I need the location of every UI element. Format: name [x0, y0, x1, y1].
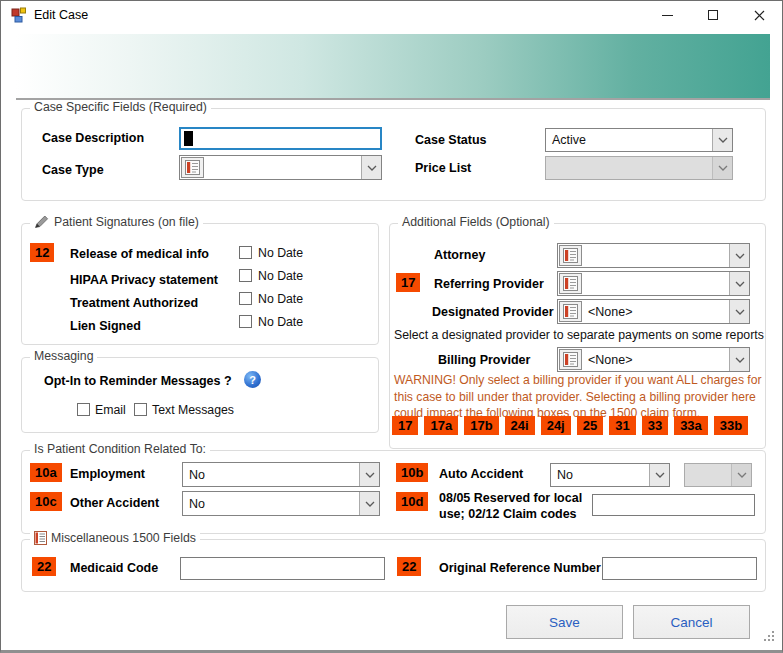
record-list-icon[interactable]: [559, 349, 582, 370]
auto-accident-combobox[interactable]: No: [550, 463, 670, 487]
no-date-checkbox-4[interactable]: [239, 315, 252, 328]
claim-box-badge: 33b: [714, 416, 748, 435]
close-icon: [754, 10, 765, 21]
designated-provider-combobox[interactable]: <None>: [557, 299, 750, 324]
employment-combobox[interactable]: No: [182, 462, 380, 487]
group-case-specific: Case Specific Fields (Required) Case Des…: [21, 108, 766, 201]
group-misc-1500: Miscellaneous 1500 Fields 22 Medicaid Co…: [21, 539, 766, 592]
maximize-icon: [708, 10, 718, 20]
header-gradient-band: [16, 34, 770, 98]
no-date-label: No Date: [258, 269, 303, 283]
close-button[interactable]: [736, 1, 782, 29]
claim-box-badge: 33: [642, 416, 668, 435]
chevron-down-icon[interactable]: [359, 492, 379, 515]
claim-box-badge-10c: 10c: [30, 492, 62, 511]
record-list-icon[interactable]: [559, 245, 582, 266]
claim-box-badge: 24i: [505, 416, 535, 435]
other-accident-value: No: [183, 497, 359, 511]
text-messages-label: Text Messages: [152, 403, 234, 417]
chevron-down-icon[interactable]: [359, 463, 379, 486]
designated-provider-hint: Select a designated provider to separate…: [394, 328, 764, 342]
case-description-label: Case Description: [42, 131, 144, 145]
referring-provider-label: Referring Provider: [434, 277, 544, 291]
chevron-down-icon[interactable]: [729, 272, 749, 295]
no-date-label: No Date: [258, 315, 303, 329]
chevron-down-icon[interactable]: [361, 156, 381, 179]
signature-row-label: Treatment Authorized: [70, 296, 198, 310]
record-list-icon[interactable]: [559, 301, 582, 322]
case-type-combobox[interactable]: [179, 155, 382, 180]
resize-grip[interactable]: [764, 631, 776, 643]
medicaid-code-input[interactable]: [180, 557, 385, 580]
claim-box-badge-12: 12: [30, 243, 54, 262]
claim-box-badge-22b: 22: [397, 557, 421, 576]
case-status-label: Case Status: [415, 133, 487, 147]
price-list-label: Price List: [415, 161, 471, 175]
billing-provider-warning: WARNING! Only select a billing provider …: [394, 372, 766, 422]
title-bar[interactable]: Edit Case: [1, 1, 782, 29]
chevron-down-icon[interactable]: [712, 129, 732, 151]
no-date-label: No Date: [258, 292, 303, 306]
no-date-label: No Date: [258, 246, 303, 260]
group-patient-signatures: Patient Signatures (on file) 12 Release …: [21, 223, 379, 345]
record-list-icon[interactable]: [559, 273, 582, 294]
price-list-combobox[interactable]: [545, 156, 733, 180]
resize-grip-dots: [764, 639, 766, 641]
group-condition-title: Is Patient Condition Related To:: [34, 442, 206, 456]
case-status-combobox[interactable]: Active: [545, 128, 733, 152]
cancel-button[interactable]: Cancel: [633, 605, 750, 639]
save-button[interactable]: Save: [506, 605, 623, 639]
claim-box-badge-17: 17: [396, 273, 420, 292]
email-checkbox[interactable]: [77, 403, 90, 416]
maximize-button[interactable]: [690, 1, 736, 29]
text-messages-checkbox[interactable]: [134, 403, 147, 416]
case-status-value: Active: [546, 133, 712, 147]
email-label: Email: [95, 403, 126, 417]
claim-codes-label: 08/05 Reserved for local use; 02/12 Clai…: [439, 491, 594, 522]
no-date-checkbox-2[interactable]: [239, 269, 252, 282]
claim-box-badge: 31: [609, 416, 635, 435]
record-list-icon[interactable]: [181, 157, 204, 178]
group-patient-signatures-title: Patient Signatures (on file): [54, 215, 199, 229]
claim-box-badge: 33a: [674, 416, 708, 435]
claim-box-badge: 25: [577, 416, 603, 435]
minimize-button[interactable]: [644, 1, 690, 29]
auto-accident-state-combobox[interactable]: [684, 463, 752, 487]
signature-row-label: Release of medical info: [70, 247, 209, 261]
edit-case-dialog: Edit Case Case Specific Fields (Required…: [0, 0, 783, 653]
attorney-combobox[interactable]: [557, 243, 750, 268]
signature-row-label: HIPAA Privacy statement: [70, 273, 218, 287]
case-type-label: Case Type: [42, 163, 104, 177]
designated-provider-value: <None>: [582, 305, 729, 319]
original-reference-input[interactable]: [602, 557, 757, 580]
chevron-down-icon[interactable]: [729, 300, 749, 323]
claim-box-badge-10d: 10d: [396, 492, 428, 511]
chevron-down-icon[interactable]: [729, 244, 749, 267]
group-messaging: Messaging Opt-In to Reminder Messages ? …: [21, 357, 379, 433]
chevron-down-icon[interactable]: [649, 464, 669, 486]
no-date-checkbox-1[interactable]: [239, 246, 252, 259]
document-icon: [34, 531, 47, 545]
billing-provider-value: <None>: [582, 353, 729, 367]
billing-provider-combobox[interactable]: <None>: [557, 347, 750, 372]
chevron-down-icon: [731, 464, 751, 486]
chevron-down-icon[interactable]: [729, 348, 749, 371]
referring-provider-combobox[interactable]: [557, 271, 750, 296]
claim-box-badge-10b: 10b: [396, 463, 428, 482]
window-title: Edit Case: [34, 8, 88, 22]
auto-accident-value: No: [551, 468, 649, 482]
pencil-icon: [34, 215, 50, 229]
case-description-input[interactable]: [179, 127, 382, 150]
other-accident-label: Other Accident: [70, 496, 159, 510]
text-caret: [184, 131, 193, 146]
claim-box-badge-10a: 10a: [30, 463, 62, 482]
help-icon[interactable]: ?: [244, 371, 261, 388]
other-accident-combobox[interactable]: No: [182, 491, 380, 516]
group-case-specific-title: Case Specific Fields (Required): [34, 100, 207, 114]
group-condition-related: Is Patient Condition Related To: 10a Emp…: [21, 450, 766, 534]
no-date-checkbox-3[interactable]: [239, 292, 252, 305]
group-messaging-title: Messaging: [34, 349, 93, 363]
claim-box-badge-22: 22: [32, 557, 56, 576]
auto-accident-label: Auto Accident: [439, 467, 523, 481]
claim-codes-input[interactable]: [592, 494, 755, 516]
